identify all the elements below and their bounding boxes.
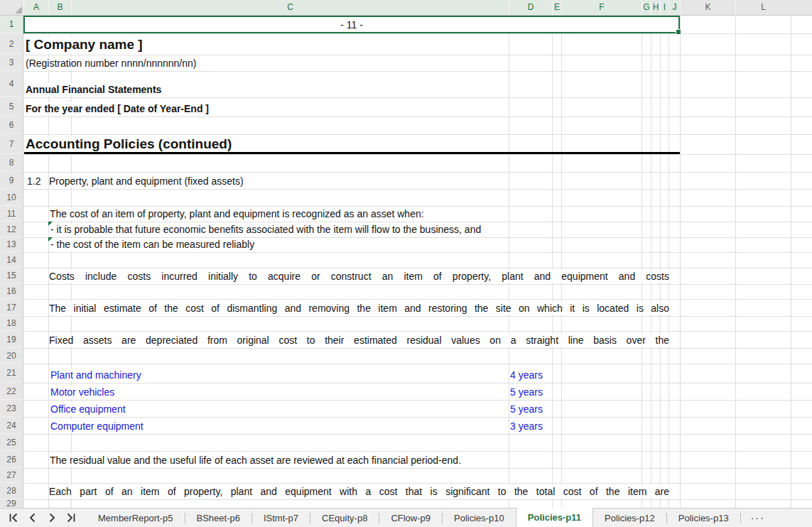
last-sheet-button[interactable] (65, 512, 77, 523)
cell-section-heading[interactable]: Accounting Policies (continued) (26, 136, 234, 153)
row-header-15[interactable]: 15 (0, 268, 23, 284)
next-sheet-button[interactable] (46, 512, 58, 523)
gridline (23, 316, 812, 317)
gridline (23, 284, 812, 285)
column-header-L[interactable]: L (735, 0, 791, 15)
sheet-tab-MemberReport-p5[interactable]: MemberReport-p5 (87, 509, 185, 527)
gridline (23, 451, 812, 452)
row-header-28[interactable]: 28 (0, 483, 23, 499)
row-header-25[interactable]: 25 (0, 434, 23, 451)
heading-underline (24, 152, 680, 154)
cell-asset-name[interactable]: Motor vehicles (50, 386, 117, 398)
gridline (23, 331, 812, 332)
row-header-20[interactable]: 20 (0, 348, 23, 364)
column-header-D[interactable]: D (509, 0, 552, 15)
cell-components-paragraph[interactable]: Each part of an item of property, plant … (49, 485, 669, 498)
column-header-I[interactable]: I (660, 0, 668, 15)
gridline (23, 97, 812, 98)
row-header-1[interactable]: 1 (0, 16, 23, 33)
excel-spreadsheet-window: ABCDEFGHIJKL 123456789101112131415161718… (0, 0, 812, 527)
sheet-tab-Policies-p10[interactable]: Policies-p10 (443, 509, 516, 527)
cell-asset-life[interactable]: 4 years (510, 369, 546, 381)
column-header-H[interactable]: H (651, 0, 660, 15)
sheet-tab-CEquity-p8[interactable]: CEquity-p8 (310, 509, 379, 527)
gridline (23, 417, 812, 418)
row-header-23[interactable]: 23 (0, 400, 23, 417)
cell-dismantling-paragraph[interactable]: The initial estimate of the cost of dism… (49, 302, 669, 315)
row-header-3[interactable]: 3 (0, 55, 23, 71)
gridline (23, 71, 812, 72)
row-header-11[interactable]: 11 (0, 206, 23, 222)
row-header-4[interactable]: 4 (0, 71, 23, 97)
row-header-2[interactable]: 2 (0, 33, 23, 55)
row-header-6[interactable]: 6 (0, 116, 23, 134)
first-sheet-button[interactable] (8, 512, 19, 523)
sheet-tab-Policies-p11[interactable]: Policies-p11 (516, 508, 593, 527)
row-header-13[interactable]: 13 (0, 237, 23, 252)
sheet-tab-IStmt-p7[interactable]: IStmt-p7 (252, 509, 310, 527)
sheet-tab-BSheet-p6[interactable]: BSheet-p6 (185, 509, 251, 527)
cell-residual-review-paragraph[interactable]: The residual value and the useful life o… (50, 454, 464, 467)
previous-sheet-button[interactable] (27, 512, 38, 523)
row-header-14[interactable]: 14 (0, 252, 23, 268)
row-header-19[interactable]: 19 (0, 331, 23, 348)
column-header-G[interactable]: G (642, 0, 651, 15)
cell-asset-name[interactable]: Office equipment (50, 403, 129, 415)
row-header-9[interactable]: 9 (0, 172, 23, 189)
cell-asset-name[interactable]: Plant and machinery (50, 369, 144, 381)
row-header-5[interactable]: 5 (0, 97, 23, 116)
select-all-icon (15, 6, 22, 13)
gridline (23, 348, 812, 349)
column-header-J[interactable]: J (668, 0, 680, 15)
cell-company-name[interactable]: [ Company name ] (26, 36, 146, 53)
cell-asset-life[interactable]: 3 years (510, 420, 546, 433)
sheet-tab-Policies-p13[interactable]: Policies-p13 (667, 509, 740, 527)
column-header-C[interactable]: C (71, 0, 509, 15)
sheet-tab-Policies-p12[interactable]: Policies-p12 (593, 509, 666, 527)
cell-depreciation-paragraph[interactable]: Fixed assets are depreciated from origin… (49, 334, 669, 347)
row-header-29[interactable]: 29 (0, 499, 23, 508)
row-header-26[interactable]: 26 (0, 451, 23, 468)
sheet-tab-CFlow-p9[interactable]: CFlow-p9 (379, 509, 442, 527)
column-header-B[interactable]: B (48, 0, 71, 15)
row-header-12[interactable]: 12 (0, 222, 23, 237)
cell-page-number[interactable]: - 11 - (340, 19, 363, 31)
next-sheet-icon (46, 512, 58, 523)
cell-clause-title[interactable]: Property, plant and equipment (fixed ass… (49, 175, 247, 188)
column-header-A[interactable]: A (23, 0, 48, 15)
row-header-27[interactable]: 27 (0, 468, 23, 483)
cell-recognition-point-2[interactable]: - the cost of the item can be measured r… (50, 238, 257, 251)
column-header-E[interactable]: E (552, 0, 561, 15)
row-header-10[interactable]: 10 (0, 189, 23, 206)
cell-costs-paragraph[interactable]: Costs include costs incurred initially t… (49, 270, 669, 283)
cell-year-end-line[interactable]: For the year ended [ Date of Year-End ] (26, 102, 212, 115)
row-header-22[interactable]: 22 (0, 383, 23, 400)
cell-recognition-intro[interactable]: The cost of an item of property, plant a… (50, 207, 427, 220)
row-header-16[interactable]: 16 (0, 284, 23, 299)
gridline (23, 483, 812, 484)
gridline (23, 499, 812, 500)
fill-handle[interactable] (676, 29, 681, 35)
cell-registration-number[interactable]: (Registration number nnnn/nnnnnn/nn) (26, 57, 200, 70)
cell-clause-number[interactable]: 1.2 (27, 175, 43, 188)
column-header-F[interactable]: F (561, 0, 642, 15)
row-header-24[interactable]: 24 (0, 417, 23, 434)
gridline (23, 299, 812, 300)
row-header-8[interactable]: 8 (0, 154, 23, 172)
gridline (23, 154, 812, 155)
cell-recognition-point-1[interactable]: - it is probable that future economic be… (50, 223, 484, 236)
more-sheets-button[interactable]: ··· (741, 509, 775, 527)
gridline (23, 33, 812, 34)
cell-statements-title[interactable]: Annual Financial Statements (26, 83, 164, 96)
selected-range[interactable]: - 11 - (23, 16, 680, 33)
select-all-button[interactable] (0, 0, 23, 15)
row-header-17[interactable]: 17 (0, 299, 23, 316)
column-header-K[interactable]: K (680, 0, 735, 15)
cell-asset-life[interactable]: 5 years (510, 386, 546, 398)
row-header-7[interactable]: 7 (0, 134, 23, 154)
row-header-18[interactable]: 18 (0, 316, 23, 331)
cell-asset-life[interactable]: 5 years (510, 403, 546, 415)
gridline (23, 172, 812, 173)
cell-asset-name[interactable]: Computer equipment (50, 420, 146, 433)
row-header-21[interactable]: 21 (0, 364, 23, 383)
